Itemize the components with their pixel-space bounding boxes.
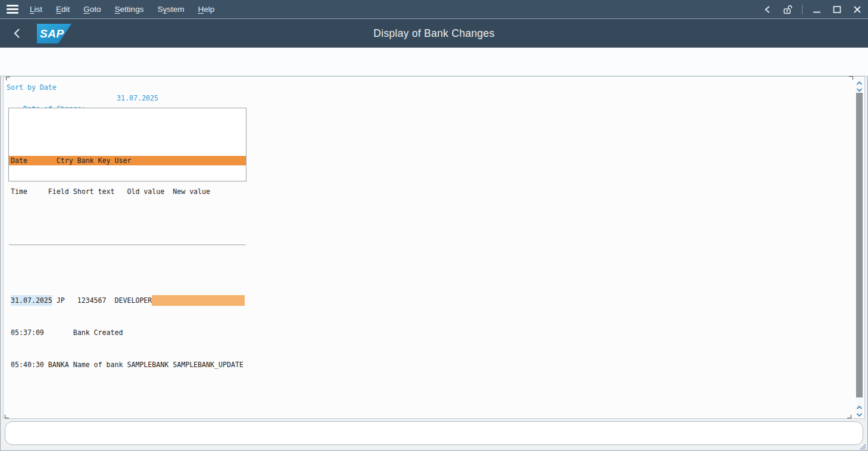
unlock-icon[interactable] [782,4,794,15]
minimize-icon[interactable] [811,4,823,15]
selected-date-cell[interactable]: 31.07.2025 [11,295,52,306]
menu-bar: List Edit Goto Settings System Help [0,0,868,19]
list-corner-bottom-right [847,415,851,418]
list-corner-bottom-left [5,415,9,418]
menu-list[interactable]: List [30,5,42,14]
close-icon[interactable] [851,4,863,15]
list-corner-top-right [849,76,853,80]
window-controls [761,0,863,18]
scroll-up-icon[interactable] [855,402,863,409]
status-message-bar[interactable] [5,421,863,445]
resize-grip-icon[interactable] [859,442,866,449]
row-highlight-fill [152,295,245,306]
collapse-chevron-icon[interactable] [761,4,773,15]
menu-help[interactable]: Help [198,5,214,14]
table-header-row-2: Time Field Short text Old value New valu… [9,187,246,197]
table-separator [9,245,246,245]
scrollbar-thumb[interactable] [856,93,863,397]
vertical-scrollbar[interactable] [855,77,863,417]
sort-by-line: Sort by Date [7,82,57,93]
table-row[interactable]: 05:40:30 BANKA Name of bank SAMPLEBANK S… [9,359,246,370]
table-row[interactable]: 05:37:09 Bank Created [9,327,246,338]
scroll-down-icon[interactable] [855,84,863,91]
scroll-down-icon[interactable] [855,409,863,416]
table-header-row-1: Date Ctry Bank Key User [9,156,246,165]
list-corner-top-left [6,77,10,80]
menu-system[interactable]: System [157,5,184,14]
maximize-icon[interactable] [831,4,843,15]
bank-changes-table: Date Ctry Bank Key User Time Field Short… [8,108,246,181]
controls-divider [802,5,803,14]
menu-edit[interactable]: Edit [56,5,70,14]
application-toolbar: Selections Cancel [0,48,868,76]
menu-settings[interactable]: Settings [115,5,144,14]
table-header: Date Ctry Bank Key User Time Field Short… [9,130,246,218]
menu-goto[interactable]: Goto [83,5,101,14]
page-title: Display of Bank Changes [0,19,868,48]
hamburger-menu-icon[interactable] [7,5,20,14]
table-row[interactable]: 31.07.2025 JP 1234567 DEVELOPER [9,295,246,306]
title-bar: Display of Bank Changes [0,19,868,48]
scroll-up-icon[interactable] [855,78,863,84]
sap-gui-window: List Edit Goto Settings System Help [0,0,868,451]
menu-items: List Edit Goto Settings System Help [30,0,214,18]
date-of-change-value: 31.07.2025 [117,93,158,104]
table-body: 31.07.2025 JP 1234567 DEVELOPER 05:37:09… [9,267,246,392]
